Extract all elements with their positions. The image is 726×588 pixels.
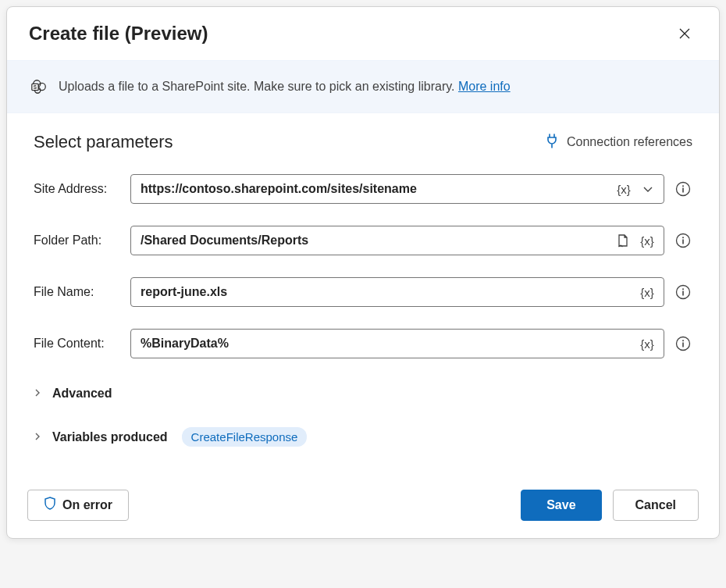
variables-produced-label: Variables produced	[52, 430, 168, 444]
save-label: Save	[546, 498, 575, 512]
svg-point-15	[682, 340, 684, 341]
connection-references-link[interactable]: Connection references	[545, 133, 692, 151]
folder-picker-button[interactable]	[614, 231, 632, 250]
svg-point-9	[682, 237, 684, 238]
site-address-label: Site Address:	[34, 182, 130, 196]
info-icon	[675, 181, 691, 197]
plug-icon	[545, 133, 559, 151]
file-name-info-button[interactable]	[674, 283, 692, 301]
chevron-right-icon	[34, 430, 44, 444]
folder-path-info-button[interactable]	[674, 231, 692, 250]
svg-point-6	[682, 185, 684, 187]
parameters-heading: Select parameters	[34, 132, 173, 152]
dialog-footer: On error Save Cancel	[7, 475, 719, 538]
banner-description: Uploads a file to a SharePoint site. Mak…	[59, 80, 458, 93]
insert-variable-button[interactable]: {x}	[637, 231, 657, 250]
folder-path-row: Folder Path: {x}	[34, 226, 692, 255]
info-icon	[675, 284, 691, 300]
file-picker-icon	[616, 233, 630, 248]
save-button[interactable]: Save	[521, 490, 601, 521]
site-address-info-button[interactable]	[674, 180, 692, 198]
folder-path-input-wrap: {x}	[130, 226, 664, 255]
info-icon	[675, 336, 691, 351]
parameters-header: Select parameters Connection references	[7, 113, 719, 166]
site-address-input[interactable]	[141, 182, 609, 196]
file-content-info-button[interactable]	[674, 334, 692, 353]
chevron-right-icon	[34, 387, 44, 401]
svg-text:S: S	[34, 84, 37, 90]
dialog-title: Create file (Preview)	[29, 23, 208, 45]
svg-rect-13	[682, 291, 684, 296]
file-content-input[interactable]	[141, 337, 632, 351]
cancel-button[interactable]: Cancel	[613, 490, 699, 521]
file-name-row: File Name: {x}	[34, 277, 692, 307]
more-info-link[interactable]: More info	[458, 80, 511, 93]
shield-icon	[44, 497, 56, 514]
connection-references-label: Connection references	[567, 135, 692, 149]
insert-variable-button[interactable]: {x}	[637, 334, 657, 353]
file-content-input-wrap: {x}	[130, 329, 664, 358]
insert-variable-button[interactable]: {x}	[614, 180, 634, 198]
chevron-down-icon	[642, 184, 653, 194]
close-icon	[678, 27, 691, 40]
insert-variable-button[interactable]: {x}	[637, 283, 657, 301]
advanced-label: Advanced	[52, 387, 112, 401]
folder-path-label: Folder Path:	[34, 233, 130, 248]
info-banner: S Uploads a file to a SharePoint site. M…	[7, 60, 719, 113]
site-address-input-wrap: {x}	[130, 174, 664, 204]
file-content-row: File Content: {x}	[34, 329, 692, 358]
site-address-row: Site Address: {x}	[34, 174, 692, 204]
variable-pill[interactable]: CreateFileResponse	[182, 427, 308, 447]
site-address-dropdown-button[interactable]	[639, 180, 657, 198]
svg-rect-16	[682, 343, 684, 347]
info-icon	[675, 233, 691, 248]
file-name-input-wrap: {x}	[130, 277, 664, 307]
cancel-label: Cancel	[635, 498, 676, 512]
create-file-dialog: Create file (Preview) S Uploads a file t…	[6, 6, 720, 539]
variables-produced-toggle[interactable]: Variables produced CreateFileResponse	[34, 421, 692, 453]
on-error-label: On error	[62, 498, 112, 512]
sharepoint-icon: S	[30, 78, 48, 95]
on-error-button[interactable]: On error	[27, 490, 129, 521]
dialog-header: Create file (Preview)	[7, 7, 719, 60]
banner-text: Uploads a file to a SharePoint site. Mak…	[59, 80, 511, 94]
close-button[interactable]	[672, 21, 697, 46]
file-name-label: File Name:	[34, 285, 130, 299]
svg-rect-10	[682, 240, 684, 244]
svg-point-12	[682, 288, 684, 290]
advanced-section-toggle[interactable]: Advanced	[34, 380, 692, 407]
file-name-input[interactable]	[141, 285, 632, 299]
parameters-form: Site Address: {x} Folder Path: {x}	[7, 166, 719, 475]
folder-path-input[interactable]	[141, 233, 609, 248]
svg-rect-7	[682, 188, 684, 193]
footer-actions: Save Cancel	[521, 490, 699, 521]
file-content-label: File Content:	[34, 337, 130, 351]
